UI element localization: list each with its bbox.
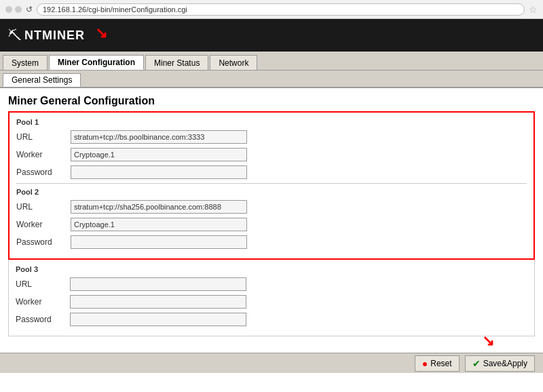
pool1-worker-label: Worker	[16, 150, 71, 159]
pool3-label: Pool 3	[16, 265, 527, 273]
logo-bar: ⛏ NTMINER ↘	[0, 19, 543, 52]
sub-nav: General Settings	[0, 71, 543, 88]
pool3-worker-label: Worker	[16, 297, 70, 307]
pool3-password-label: Password	[16, 315, 70, 324]
pool2-inner: Pool 2 URL Worker Password	[16, 183, 527, 249]
back-button[interactable]	[5, 6, 12, 13]
pool3-worker-row: Worker	[16, 295, 527, 309]
pool1-worker-row: Worker	[16, 148, 527, 161]
reset-button[interactable]: ● Reset	[415, 355, 460, 372]
pool1-label: Pool 1	[16, 118, 527, 126]
pool3-section: Pool 3 URL Worker Password	[8, 260, 535, 336]
pool3-url-input[interactable]	[70, 277, 246, 291]
pool1-url-input[interactable]	[71, 130, 247, 144]
bookmark-icon[interactable]: ☆	[529, 4, 538, 15]
pool2-url-input[interactable]	[71, 200, 247, 214]
main-nav: System Miner Configuration Miner Status …	[0, 52, 543, 71]
pool1-section: Pool 1 URL Worker Password Pool 2 URL	[8, 111, 535, 260]
pool2-worker-row: Worker	[16, 218, 527, 231]
pool1-url-row: URL	[16, 130, 527, 144]
pool2-password-label: Password	[16, 237, 71, 247]
save-icon: ✔	[472, 358, 481, 369]
bottom-bar: ● Reset ✔ Save&Apply	[0, 353, 543, 373]
page-title: Miner General Configuration	[0, 88, 543, 111]
pool1-worker-input[interactable]	[71, 148, 247, 161]
address-bar[interactable]: 192.168.1.26/cgi-bin/minerConfiguration.…	[37, 3, 525, 16]
pool2-password-row: Password	[16, 235, 527, 249]
pool2-label: Pool 2	[16, 188, 527, 196]
pool3-password-row: Password	[16, 313, 527, 326]
tab-network[interactable]: Network	[210, 55, 257, 70]
pools-container: Pool 1 URL Worker Password Pool 2 URL	[0, 111, 543, 336]
tab-miner-configuration[interactable]: Miner Configuration	[49, 55, 144, 70]
pool1-password-input[interactable]	[71, 165, 247, 179]
forward-button[interactable]	[15, 6, 22, 13]
pool1-password-row: Password	[16, 165, 527, 179]
browser-bar: ↺ 192.168.1.26/cgi-bin/minerConfiguratio…	[0, 0, 543, 19]
arrow-indicator: ↘	[95, 24, 107, 42]
tab-miner-status[interactable]: Miner Status	[145, 55, 208, 70]
tab-system[interactable]: System	[3, 55, 48, 70]
logo-text: NTMINER	[24, 28, 85, 43]
pool1-password-label: Password	[16, 168, 71, 177]
pool2-worker-input[interactable]	[71, 218, 247, 231]
pool2-password-input[interactable]	[71, 235, 247, 249]
pool2-url-label: URL	[16, 202, 71, 212]
browser-nav-buttons	[5, 6, 22, 13]
reset-icon: ●	[422, 358, 428, 369]
save-apply-button[interactable]: ✔ Save&Apply	[465, 355, 535, 372]
tab-general-settings[interactable]: General Settings	[3, 73, 81, 87]
pool3-worker-input[interactable]	[70, 295, 246, 309]
pool3-url-row: URL	[16, 277, 527, 291]
refresh-button[interactable]: ↺	[26, 5, 33, 14]
pool3-password-input[interactable]	[70, 313, 246, 326]
logo-icon: ⛏	[8, 28, 22, 43]
pool2-url-row: URL	[16, 200, 527, 214]
pool1-url-label: URL	[16, 132, 71, 142]
pool3-url-label: URL	[16, 279, 70, 289]
pool2-worker-label: Worker	[16, 220, 71, 229]
